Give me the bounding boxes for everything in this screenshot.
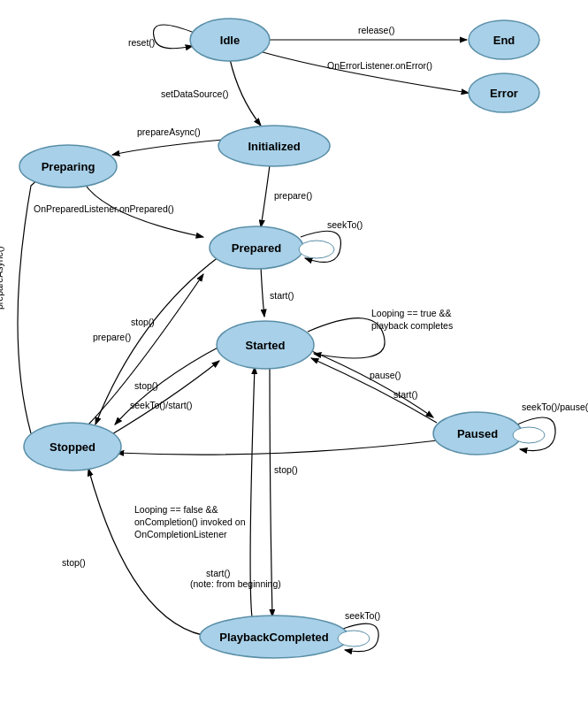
transition-initialized-prepared	[261, 165, 270, 227]
state-prepared-selfloop	[299, 241, 334, 258]
label-looping2: playback completes	[371, 320, 453, 331]
label-looping: Looping == true &&	[371, 308, 452, 318]
transition-started-stopped	[115, 345, 223, 425]
label-stop-playback: stop()	[62, 557, 86, 568]
label-prepare-init: prepare()	[274, 190, 312, 201]
label-reset: reset()	[128, 37, 155, 48]
state-paused-selfloop	[513, 427, 545, 443]
transition-idle-initialized	[230, 59, 261, 126]
label-start-playback: start()	[206, 568, 230, 578]
state-started-label: Started	[246, 339, 286, 352]
label-release: release()	[358, 25, 394, 35]
label-looping-false3: OnCompletionListener	[134, 529, 227, 539]
transition-prepared-started	[261, 267, 264, 317]
state-initialized-label: Initialized	[248, 140, 300, 153]
label-looping-false2: onCompletion() invoked on	[134, 516, 246, 527]
state-end-label: End	[493, 34, 515, 47]
label-seekto-prepared: seekTo()	[327, 219, 363, 230]
transition-playbackcompleted-stopped	[88, 469, 212, 637]
transition-started-paused	[308, 349, 433, 417]
transition-idle-error	[256, 50, 469, 93]
state-diagram: release() OnErrorListener.onError() rese…	[0, 0, 588, 719]
state-prepared-label: Prepared	[232, 241, 281, 255]
transition-stopped-started	[111, 361, 219, 435]
transition-initialized-preparing	[112, 140, 223, 155]
label-start-paused: start()	[393, 389, 417, 400]
state-playbackcompleted-label: PlaybackCompleted	[219, 631, 329, 644]
label-stop-paused: stop()	[274, 464, 298, 475]
label-seekto-paused: seekTo()/pause()	[522, 402, 588, 412]
state-stopped-label: Stopped	[50, 440, 95, 454]
label-setdatasource: setDataSource()	[161, 88, 228, 99]
label-pause: pause()	[370, 370, 401, 380]
label-stop-started: stop()	[134, 380, 158, 391]
transition-paused-stopped	[117, 440, 438, 455]
label-onerror: OnErrorListener.onError()	[327, 60, 432, 71]
label-prepareasync-init: prepareAsync()	[137, 126, 201, 137]
label-start-prepared: start()	[270, 290, 294, 301]
label-prepare-stopped: prepare()	[93, 332, 131, 342]
label-seekto-start: seekTo()/start()	[130, 400, 193, 410]
state-error-label: Error	[490, 87, 518, 100]
label-stop-prepared: stop()	[131, 317, 155, 327]
state-idle-label: Idle	[220, 34, 240, 47]
state-paused-label: Paused	[457, 427, 498, 440]
label-onprepared: OnPreparedListener.onPrepared()	[34, 203, 174, 214]
label-seekto-playback: seekTo()	[345, 610, 380, 621]
state-preparing-label: Preparing	[42, 160, 95, 173]
label-prepareasync-stopped: prepareAsync()	[0, 246, 4, 310]
label-start-playback2: (note: from beginning)	[190, 578, 281, 589]
label-looping-false: Looping == false &&	[134, 504, 218, 515]
transition-paused-started	[311, 358, 437, 423]
state-playbackcompleted-selfloop	[338, 631, 370, 646]
